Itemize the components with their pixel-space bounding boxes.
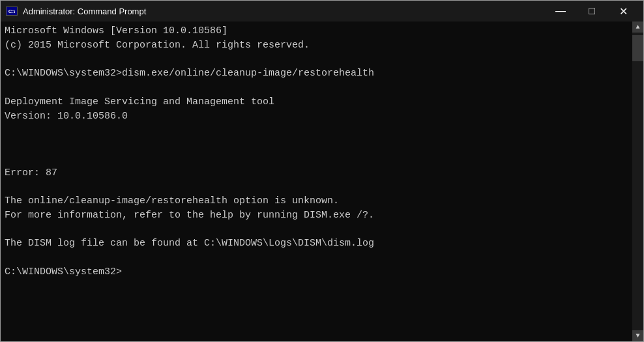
close-button[interactable]: ✕ [608, 2, 638, 20]
scroll-down-button[interactable]: ▼ [632, 330, 643, 341]
maximize-button[interactable]: □ [577, 2, 607, 20]
scrollbar-track[interactable] [632, 33, 643, 330]
title-bar-left: C:\ Administrator: Command Prompt [6, 7, 146, 16]
window-title: Administrator: Command Prompt [23, 7, 146, 16]
console-output[interactable]: Microsoft Windows [Version 10.0.10586](c… [1, 21, 632, 341]
console-area: Microsoft Windows [Version 10.0.10586](c… [1, 21, 643, 341]
minimize-button[interactable]: — [546, 2, 576, 20]
scrollbar[interactable]: ▲ ▼ [632, 21, 643, 341]
scrollbar-thumb[interactable] [632, 35, 643, 61]
title-bar: C:\ Administrator: Command Prompt — □ ✕ [1, 1, 643, 21]
cmd-icon: C:\ [6, 7, 18, 16]
scroll-up-button[interactable]: ▲ [632, 21, 643, 33]
command-prompt-window: C:\ Administrator: Command Prompt — □ ✕ … [0, 0, 644, 342]
title-bar-controls: — □ ✕ [546, 2, 638, 20]
